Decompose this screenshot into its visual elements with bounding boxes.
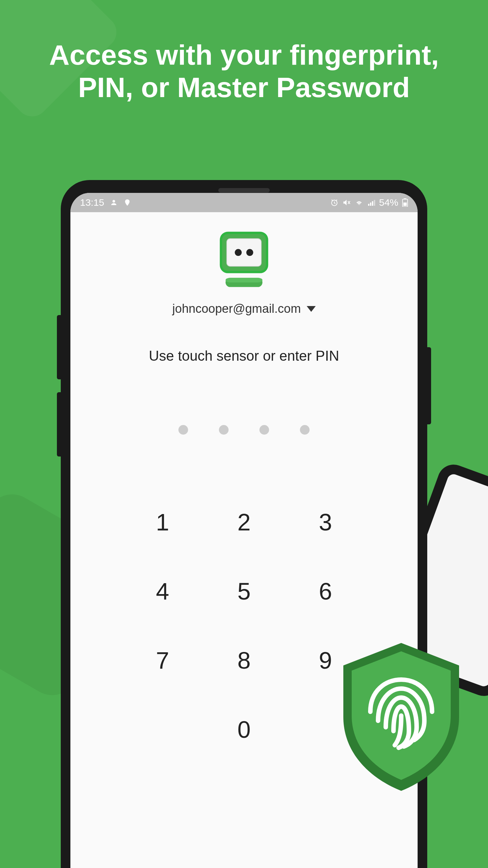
svg-rect-15 <box>226 278 263 282</box>
keypad-3[interactable]: 3 <box>285 508 366 536</box>
pin-dot <box>260 425 269 435</box>
pin-keypad: 1 2 3 4 5 6 7 8 9 0 <box>122 508 366 743</box>
pin-dot <box>219 425 228 435</box>
keypad-2[interactable]: 2 <box>203 508 284 536</box>
fingerprint-shield-badge <box>334 640 469 794</box>
roboform-logo-icon <box>215 228 273 290</box>
svg-rect-2 <box>368 204 369 206</box>
pin-dot <box>300 425 310 435</box>
signal-icon <box>367 199 375 207</box>
svg-rect-4 <box>372 201 373 206</box>
keypad-1[interactable]: 1 <box>122 508 203 536</box>
keypad-8[interactable]: 8 <box>203 647 284 674</box>
account-email: johncooper@gmail.com <box>172 302 301 316</box>
keypad-4[interactable]: 4 <box>122 578 203 605</box>
marketing-headline: Access with your fingerprint, PIN, or Ma… <box>0 38 488 103</box>
status-app-icon <box>110 199 118 207</box>
keypad-0[interactable]: 0 <box>203 716 284 743</box>
svg-point-12 <box>235 249 242 256</box>
keypad-7[interactable]: 7 <box>122 647 203 674</box>
phone-power-button <box>427 347 431 424</box>
status-location-icon <box>123 199 131 207</box>
keypad-6[interactable]: 6 <box>285 578 366 605</box>
alarm-icon <box>330 198 338 207</box>
unlock-instruction: Use touch sensor or enter PIN <box>149 348 339 364</box>
status-time: 13:15 <box>80 197 104 208</box>
battery-icon <box>402 198 408 207</box>
svg-point-0 <box>113 200 115 203</box>
svg-rect-5 <box>374 200 375 206</box>
chevron-down-icon <box>307 306 316 312</box>
pin-dot <box>178 425 188 435</box>
pin-indicator <box>178 425 310 435</box>
status-bar: 13:15 <box>70 193 418 212</box>
svg-rect-3 <box>370 203 371 206</box>
phone-notch <box>218 188 270 192</box>
account-selector[interactable]: johncooper@gmail.com <box>172 302 316 316</box>
keypad-5[interactable]: 5 <box>203 578 284 605</box>
svg-rect-8 <box>403 203 407 206</box>
phone-volume-button <box>57 392 61 457</box>
svg-point-13 <box>246 249 253 256</box>
mute-icon <box>342 198 351 207</box>
svg-rect-11 <box>226 239 262 266</box>
status-battery-percent: 54% <box>379 197 398 208</box>
phone-volume-button <box>57 315 61 379</box>
wifi-icon <box>355 199 364 207</box>
